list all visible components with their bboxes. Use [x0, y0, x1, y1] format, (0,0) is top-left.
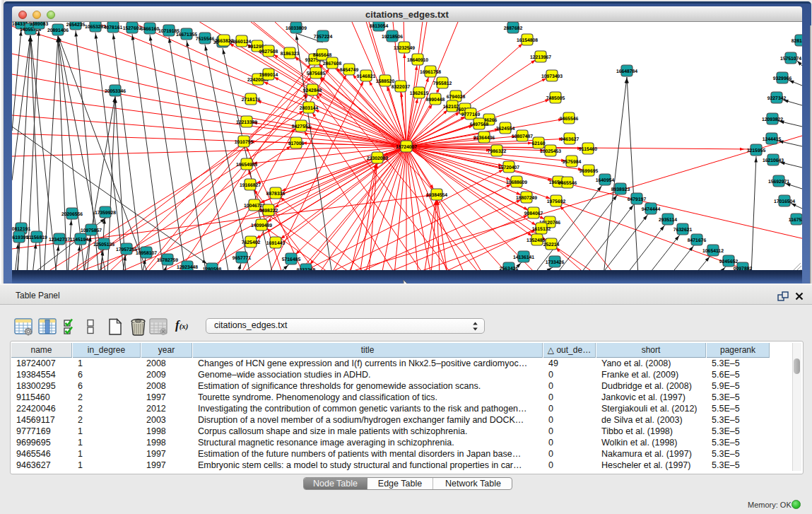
svg-text:6794028: 6794028 [447, 95, 466, 100]
svg-text:1362615: 1362615 [410, 91, 429, 96]
svg-text:9115460: 9115460 [579, 147, 597, 152]
svg-text:2887682: 2887682 [504, 26, 523, 31]
svg-text:9242848: 9242848 [303, 88, 322, 93]
svg-text:18807249: 18807249 [516, 196, 537, 201]
svg-text:8186323: 8186323 [281, 52, 300, 57]
svg-text:7625402: 7625402 [242, 240, 261, 245]
svg-text:9227342: 9227342 [767, 96, 787, 101]
svg-text:1588520: 1588520 [376, 79, 395, 84]
svg-text:1527602: 1527602 [123, 26, 142, 31]
svg-text:10046728: 10046728 [244, 204, 265, 209]
svg-text:16961758: 16961758 [420, 70, 441, 75]
svg-text:917006: 917006 [288, 141, 305, 146]
svg-text:1280598: 1280598 [203, 267, 222, 271]
svg-text:21364436: 21364436 [473, 136, 495, 141]
svg-text:10973493: 10973493 [541, 74, 563, 79]
svg-text:9463627: 9463627 [560, 137, 579, 142]
svg-text:252214: 252214 [543, 243, 560, 247]
svg-text:20891406: 20891406 [47, 28, 69, 33]
svg-text:7515546: 7515546 [196, 37, 215, 42]
svg-text:20053346: 20053346 [105, 89, 126, 94]
svg-text:16210643: 16210643 [763, 158, 784, 163]
svg-text:17957255: 17957255 [116, 247, 137, 252]
svg-text:8322037: 8322037 [392, 85, 411, 90]
svg-text:9575984: 9575984 [563, 160, 582, 165]
svg-text:1975692: 1975692 [547, 199, 566, 204]
svg-text:4078161: 4078161 [104, 25, 123, 30]
svg-text:14099489: 14099489 [251, 223, 272, 228]
svg-text:17359928: 17359928 [95, 211, 116, 216]
svg-text:7663822: 7663822 [215, 39, 234, 44]
svg-text:10958107: 10958107 [136, 251, 157, 256]
svg-text:9329966: 9329966 [773, 76, 792, 81]
svg-text:2803144: 2803144 [300, 106, 319, 111]
svg-text:13232549: 13232549 [394, 46, 415, 51]
svg-text:9777169: 9777169 [461, 112, 481, 117]
svg-text:8938923: 8938923 [611, 187, 630, 192]
svg-text:1244415: 1244415 [763, 137, 782, 142]
svg-text:7485005: 7485005 [546, 96, 565, 101]
svg-text:15692971: 15692971 [768, 180, 789, 185]
svg-text:10688609: 10688609 [506, 180, 527, 185]
svg-text:5716485: 5716485 [282, 257, 301, 262]
svg-text:7955812: 7955812 [433, 81, 452, 86]
svg-text:10654112: 10654112 [702, 249, 724, 254]
svg-text:8660124: 8660124 [233, 40, 252, 45]
svg-text:9657771: 9657771 [233, 256, 252, 261]
svg-text:11156819: 11156819 [26, 235, 47, 240]
svg-text:10975857: 10975857 [81, 228, 102, 233]
svg-text:1010755: 1010755 [235, 140, 254, 145]
svg-text:9232260: 9232260 [297, 268, 316, 271]
svg-text:10025453: 10025453 [540, 149, 561, 154]
svg-text:20206556: 20206556 [61, 212, 83, 217]
svg-text:0097882: 0097882 [734, 267, 753, 271]
svg-text:12093822: 12093822 [762, 117, 783, 122]
svg-text:14136141: 14136141 [513, 255, 534, 260]
svg-text:3389083: 3389083 [30, 22, 49, 27]
svg-text:3624554: 3624554 [496, 127, 515, 132]
svg-text:7357224: 7357224 [314, 35, 333, 40]
svg-text:12505135: 12505135 [93, 243, 114, 247]
svg-text:12342737: 12342737 [49, 238, 70, 243]
svg-text:18724007: 18724007 [396, 145, 417, 150]
svg-text:19166827: 19166827 [240, 183, 261, 188]
svg-text:7632621: 7632621 [673, 228, 693, 233]
svg-text:15720407: 15720407 [498, 165, 519, 170]
svg-text:116753: 116753 [789, 218, 802, 223]
svg-text:8813054: 8813054 [370, 24, 389, 29]
svg-text:9474444: 9474444 [642, 207, 661, 212]
svg-text:7986322: 7986322 [488, 149, 507, 154]
svg-text:9245652: 9245652 [719, 259, 739, 264]
svg-text:1733426: 1733426 [546, 260, 565, 265]
svg-text:19218506: 19218506 [382, 35, 403, 40]
svg-text:1989014: 1989014 [259, 73, 278, 78]
svg-text:2654235: 2654235 [66, 23, 86, 28]
svg-text:9498222: 9498222 [259, 209, 278, 214]
svg-text:1691443: 1691443 [266, 241, 286, 246]
svg-text:15751074: 15751074 [780, 57, 801, 62]
svg-text:11451944: 11451944 [70, 238, 91, 243]
svg-text:6466160: 6466160 [141, 27, 160, 32]
svg-text:16671355: 16671355 [176, 33, 197, 37]
svg-text:9465546: 9465546 [558, 181, 577, 186]
svg-text:6497568: 6497568 [470, 122, 489, 127]
svg-text:3215955: 3215955 [747, 148, 766, 153]
svg-text:8471676: 8471676 [688, 238, 707, 243]
svg-text:19654985: 19654985 [236, 163, 257, 168]
svg-text:8878335: 8878335 [266, 192, 286, 197]
svg-text:12213389: 12213389 [236, 120, 257, 125]
svg-text:2867608: 2867608 [323, 62, 342, 66]
svg-text:9827508: 9827508 [259, 49, 278, 54]
svg-text:16782759: 16782759 [157, 258, 178, 263]
svg-text:12923448: 12923448 [177, 265, 198, 270]
svg-text:6479197: 6479197 [628, 197, 647, 202]
svg-text:8281489: 8281489 [792, 39, 802, 44]
svg-text:2718176: 2718176 [242, 98, 261, 103]
svg-text:9465546: 9465546 [560, 117, 579, 122]
svg-text:16648784: 16648784 [616, 69, 637, 74]
svg-text:8990448: 8990448 [426, 98, 445, 103]
svg-text:12213967: 12213967 [530, 55, 551, 60]
svg-text:2563421: 2563421 [500, 267, 519, 271]
svg-text:9699695: 9699695 [579, 169, 599, 174]
svg-text:2935114: 2935114 [659, 218, 677, 223]
